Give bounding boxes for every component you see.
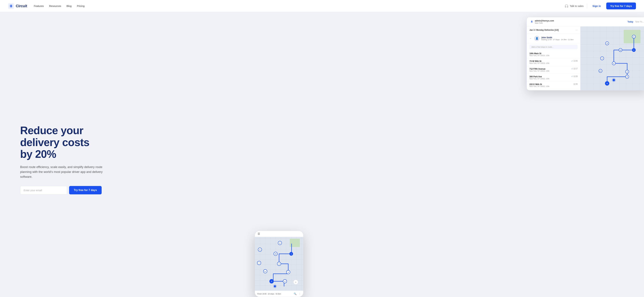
try-free-nav-button[interactable]: Try free for 7 days	[606, 2, 636, 10]
mockup-today-tab[interactable]: Today	[628, 21, 633, 23]
phone-footer-text: Finish 18:00 · 10 stops · 42.5km	[257, 293, 281, 295]
mockup-user-email: admin@henrys.com	[535, 20, 554, 22]
stop-street-1: 10th Main St	[530, 52, 549, 55]
circuit-logo-icon	[8, 3, 14, 9]
mockup-driver-row: ← 👤 John Smith Starting 12:00 · 27 Stops…	[527, 34, 580, 43]
stop-address-1: New York, NY 10019, USA	[530, 55, 549, 56]
try-free-hero-button[interactable]: Try free for 7 days	[69, 186, 102, 194]
stop-address-2: New York, NY 10019, USA	[530, 62, 549, 64]
svg-point-26	[612, 78, 616, 82]
stop-street-5: 222 E 56th St	[530, 83, 549, 86]
hamburger-icon[interactable]: ☰	[258, 232, 260, 236]
email-form: Try free for 7 days	[20, 186, 104, 194]
svg-text:3: 3	[627, 71, 628, 73]
navbar-left: Circuit Features Resources Blog Pricing	[8, 3, 84, 9]
mockup-delivery-header: Jan 3 / Monday Deliveries [1/2] ···	[527, 26, 580, 34]
svg-text:8: 8	[260, 249, 260, 251]
desktop-map-area: 9 8 10 1 7 2 3 6+	[580, 26, 644, 90]
stop-item-1: 10th Main St New York, NY 10019, USA	[527, 51, 580, 58]
headset-icon	[565, 4, 568, 8]
sign-in-button[interactable]: Sign in	[590, 3, 603, 9]
stop-time-2: 12:05	[574, 60, 578, 62]
phone-route-svg: 9 8 10 1 7 2 3 6+ 4	[255, 237, 303, 291]
back-arrow-icon[interactable]: ←	[530, 37, 532, 40]
stop-item-5: 222 E 56th St New York, NY 10022, USA 12…	[527, 82, 580, 89]
desktop-mockup: admin@henrys.com New York Today New Yo..…	[526, 17, 644, 90]
mockup-new-tab[interactable]: New Yo...	[635, 21, 644, 23]
mockup-search-bar[interactable]: Add or find stops in route...	[530, 44, 578, 49]
mockup-user-info: admin@henrys.com New York	[535, 20, 554, 24]
nav-links: Features Resources Blog Pricing	[34, 4, 85, 8]
svg-text:7: 7	[259, 262, 260, 264]
svg-text:9: 9	[280, 242, 280, 244]
svg-text:7: 7	[602, 58, 603, 59]
talk-to-sales-link[interactable]: Talk to sales	[565, 4, 584, 8]
phone-footer-icons: 🔍 ⋮	[294, 292, 301, 295]
stop-info-5: 222 E 56th St New York, NY 10022, USA	[530, 83, 549, 87]
stop-street-2: 73 W 55th St	[530, 60, 549, 62]
svg-text:◎: ◎	[295, 281, 296, 283]
svg-text:4: 4	[627, 76, 628, 78]
stop-time-5: 12:35	[574, 83, 578, 85]
mockup-location: New York	[535, 22, 554, 24]
stop-address-3: New York, NY 10019, USA	[530, 70, 549, 72]
mockup-sidebar: Jan 3 / Monday Deliveries [1/2] ··· ← 👤 …	[527, 26, 580, 90]
mockup-delivery-title: Jan 3 / Monday Deliveries [1/2]	[530, 29, 559, 31]
stop-item-3: 712 Fifth Avenue New York, NY 10019, USA…	[527, 66, 580, 74]
logo[interactable]: Circuit	[8, 3, 27, 9]
navbar-right: Talk to sales Sign in Try free for 7 day…	[565, 2, 636, 10]
mockup-more-dots[interactable]: ···	[576, 28, 578, 32]
svg-point-1	[11, 6, 12, 6]
mockup-logo-icon	[530, 20, 534, 24]
svg-point-48	[273, 284, 277, 288]
navbar: Circuit Features Resources Blog Pricing …	[0, 0, 644, 12]
nav-divider	[587, 4, 587, 8]
stop-check-3: ✓	[572, 68, 573, 70]
svg-text:2: 2	[613, 62, 614, 64]
hero-subtitle: Boost route efficiency, scale easily, an…	[20, 165, 104, 179]
svg-text:1: 1	[291, 253, 292, 255]
mockup-driver-info: John Smith Starting 12:00 · 27 Stops · 1…	[541, 36, 574, 40]
stop-item-4: 300 Park Ave New York, NY 10022, USA ✓ 1…	[527, 74, 580, 82]
more-options-icon[interactable]: ⋮	[298, 292, 301, 295]
nav-features[interactable]: Features	[34, 4, 44, 8]
stop-time-4: 12:28	[574, 76, 578, 77]
svg-text:2: 2	[279, 263, 280, 265]
svg-text:6+: 6+	[264, 271, 266, 272]
svg-point-4	[532, 20, 532, 21]
phone-map-area: 9 8 10 1 7 2 3 6+ 4	[255, 237, 303, 291]
svg-text:1: 1	[634, 49, 634, 51]
driver-meta: Starting 12:00 · 27 Stops · 1h 39m · 21.…	[541, 39, 574, 40]
phone-footer: Finish 18:00 · 10 stops · 42.5km 🔍 ⋮	[255, 291, 303, 297]
stop-info-3: 712 Fifth Avenue New York, NY 10019, USA	[530, 68, 549, 72]
phone-status-bar: ☰	[255, 231, 303, 237]
stop-check-2: ✓	[572, 60, 573, 62]
phone-mockup: ☰ 9 8 10 1 7	[255, 231, 304, 297]
svg-text:10: 10	[620, 49, 622, 51]
stop-item-2: 73 W 55th St New York, NY 10019, USA ✓ 1…	[527, 58, 580, 66]
svg-text:9: 9	[634, 36, 634, 38]
svg-text:10: 10	[275, 253, 276, 255]
desktop-mockup-body: Jan 3 / Monday Deliveries [1/2] ··· ← 👤 …	[527, 26, 644, 90]
mockup-avatar: 👤	[534, 36, 540, 41]
email-input[interactable]	[20, 186, 67, 194]
svg-text:4: 4	[284, 280, 285, 282]
hero-content: Reduce your delivery costs by 20% Boost …	[0, 124, 104, 194]
talk-to-sales-label: Talk to sales	[570, 4, 584, 8]
svg-point-3	[531, 21, 532, 22]
hero-visuals: admin@henrys.com New York Today New Yo..…	[245, 12, 644, 297]
stop-time-3: 12:17	[574, 68, 578, 70]
nav-resources[interactable]: Resources	[49, 4, 61, 8]
desktop-mockup-header: admin@henrys.com New York Today New Yo..…	[527, 17, 644, 26]
desktop-route-svg: 9 8 10 1 7 2 3 6+	[580, 26, 644, 90]
nav-pricing[interactable]: Pricing	[77, 4, 85, 8]
mockup-logo-area: admin@henrys.com New York	[530, 20, 554, 24]
search-icon[interactable]: 🔍	[294, 292, 296, 295]
svg-text:5: 5	[271, 280, 272, 282]
svg-text:8: 8	[606, 42, 608, 44]
hero-title: Reduce your delivery costs by 20%	[20, 124, 104, 160]
svg-text:6+: 6+	[600, 70, 601, 72]
nav-blog[interactable]: Blog	[66, 4, 72, 8]
svg-text:3: 3	[288, 272, 289, 273]
logo-text: Circuit	[16, 4, 27, 8]
